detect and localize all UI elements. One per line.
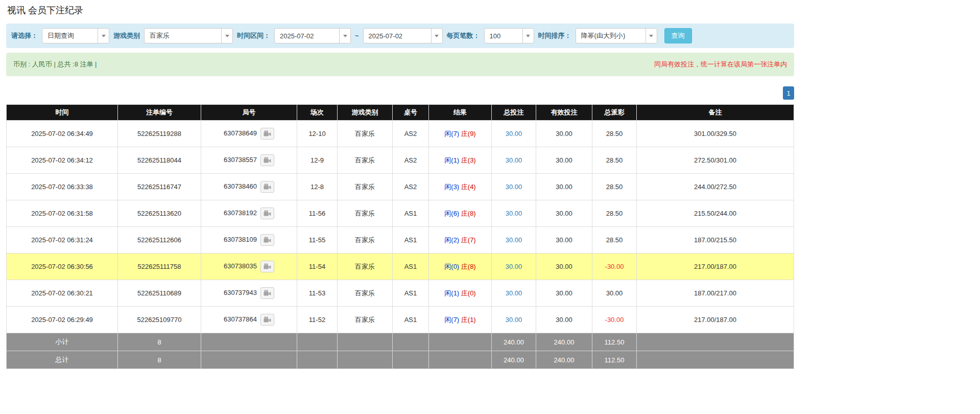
result-banker: 庄(0)	[461, 289, 476, 297]
cell-round-id: 630738460	[201, 174, 297, 200]
video-replay-button[interactable]	[260, 234, 274, 246]
table-footer-row: 总计8240.00240.00112.50	[7, 351, 794, 369]
result-player: 闲(2)	[444, 236, 459, 244]
round-id: 630738557	[224, 156, 257, 164]
footer-total-bet: 240.00	[492, 351, 536, 369]
pagination: 1	[6, 86, 794, 100]
payout-value: 28.50	[606, 210, 623, 217]
cell-time: 2025-07-02 06:31:58	[7, 200, 118, 227]
cell-session: 11-55	[297, 227, 338, 254]
result-banker: 庄(8)	[461, 263, 476, 270]
cell-valid-bet: 30.00	[536, 121, 592, 147]
cell-note: 301.00/329.50	[637, 121, 794, 147]
column-header: 备注	[637, 105, 794, 121]
cell-valid-bet: 30.00	[536, 280, 592, 307]
cell-session: 12-10	[297, 121, 338, 147]
total-bet-link[interactable]: 30.00	[506, 183, 522, 191]
cell-table-no: AS1	[393, 254, 429, 280]
video-replay-button[interactable]	[260, 208, 274, 219]
page-size-value: 100	[490, 32, 518, 40]
cell-note: 272.50/301.00	[637, 147, 794, 174]
video-replay-button[interactable]	[260, 128, 274, 140]
sort-dropdown[interactable]: 降幂(由大到小)	[576, 28, 657, 43]
video-replay-button[interactable]	[260, 287, 274, 299]
footer-count: 8	[118, 351, 201, 369]
cell-valid-bet: 30.00	[536, 227, 592, 254]
video-camera-icon	[264, 130, 271, 137]
total-bet-link[interactable]: 30.00	[506, 236, 522, 244]
cell-total-bet: 30.00	[492, 307, 536, 333]
game-type-dropdown[interactable]: 百家乐	[144, 28, 233, 43]
date-from-dropdown[interactable]: 2025-07-02	[274, 28, 351, 43]
cell-note: 217.00/187.00	[637, 254, 794, 280]
total-bet-link[interactable]: 30.00	[506, 130, 522, 137]
total-bet-link[interactable]: 30.00	[506, 289, 522, 297]
table-row: 2025-07-02 06:34:49522625119288630738649…	[7, 121, 794, 147]
video-replay-button[interactable]	[260, 154, 274, 166]
payout-value: -30.00	[605, 316, 624, 324]
cell-valid-bet: 30.00	[536, 174, 592, 200]
cell-total-bet: 30.00	[492, 227, 536, 254]
video-replay-button[interactable]	[260, 261, 274, 272]
video-replay-button[interactable]	[260, 181, 274, 193]
cell-total-bet: 30.00	[492, 254, 536, 280]
cell-table-no: AS1	[393, 227, 429, 254]
cell-payout: -30.00	[592, 307, 637, 333]
date-to-dropdown[interactable]: 2025-07-02	[363, 28, 443, 43]
cell-table-no: AS1	[393, 280, 429, 307]
footer-label: 小计	[7, 333, 118, 351]
sort-value: 降幂(由大到小)	[581, 31, 641, 40]
search-button[interactable]: 查询	[664, 28, 692, 43]
round-id: 630738460	[224, 182, 257, 190]
payout-value: 28.50	[606, 130, 623, 137]
column-header: 局号	[201, 105, 297, 121]
cell-table-no: AS2	[393, 121, 429, 147]
cell-valid-bet: 30.00	[536, 200, 592, 227]
result-banker: 庄(1)	[461, 316, 476, 324]
cell-note: 187.00/217.00	[637, 280, 794, 307]
cell-time: 2025-07-02 06:34:12	[7, 147, 118, 174]
cell-note: 215.50/244.00	[637, 200, 794, 227]
video-replay-button[interactable]	[260, 314, 274, 326]
chevron-down-icon	[522, 29, 534, 43]
column-header: 场次	[297, 105, 338, 121]
round-id: 630738109	[224, 236, 257, 243]
cell-time: 2025-07-02 06:33:38	[7, 174, 118, 200]
cell-time: 2025-07-02 06:29:49	[7, 307, 118, 333]
cell-total-bet: 30.00	[492, 121, 536, 147]
cell-session: 12-9	[297, 147, 338, 174]
game-type-label: 游戏类别	[113, 31, 140, 40]
total-bet-link[interactable]: 30.00	[506, 316, 522, 324]
cell-valid-bet: 30.00	[536, 147, 592, 174]
time-range-label: 时间区间：	[237, 31, 270, 40]
column-header: 时间	[7, 105, 118, 121]
cell-time: 2025-07-02 06:30:56	[7, 254, 118, 280]
cell-session: 11-56	[297, 200, 338, 227]
footer-label: 总计	[7, 351, 118, 369]
result-banker: 庄(8)	[461, 210, 476, 217]
cell-valid-bet: 30.00	[536, 307, 592, 333]
cell-round-id: 630737864	[201, 307, 297, 333]
page-button-1[interactable]: 1	[783, 86, 794, 100]
column-header: 有效投注	[536, 105, 592, 121]
chevron-down-icon	[646, 29, 657, 43]
page-size-dropdown[interactable]: 100	[484, 28, 534, 43]
cell-game-type: 百家乐	[338, 200, 393, 227]
total-bet-link[interactable]: 30.00	[506, 210, 522, 217]
table-body: 2025-07-02 06:34:49522625119288630738649…	[7, 121, 794, 333]
cell-result: 闲(6) 庄(8)	[429, 200, 492, 227]
cell-result: 闲(7) 庄(9)	[429, 121, 492, 147]
query-type-dropdown[interactable]: 日期查询	[42, 28, 109, 43]
cell-result: 闲(1) 庄(3)	[429, 147, 492, 174]
cell-valid-bet: 30.00	[536, 254, 592, 280]
filter-bar: 请选择： 日期查询 游戏类别 百家乐 时间区间： 2025-07-02 ~ 20…	[6, 24, 794, 48]
table-footer: 小计8240.00240.00112.50总计8240.00240.00112.…	[7, 333, 794, 369]
total-bet-link[interactable]: 30.00	[506, 156, 522, 164]
payout-value: 28.50	[606, 236, 623, 244]
cell-bet-id: 522625113620	[118, 200, 201, 227]
total-bet-link[interactable]: 30.00	[506, 263, 522, 270]
round-id: 630738035	[224, 262, 257, 270]
summary-bar: 币别 : 人民币 | 总共 :8 注单 | 同局有效投注，统一计算在该局第一张注…	[6, 53, 794, 76]
summary-currency-total: 币别 : 人民币 | 总共 :8 注单 |	[13, 60, 97, 69]
cell-total-bet: 30.00	[492, 174, 536, 200]
